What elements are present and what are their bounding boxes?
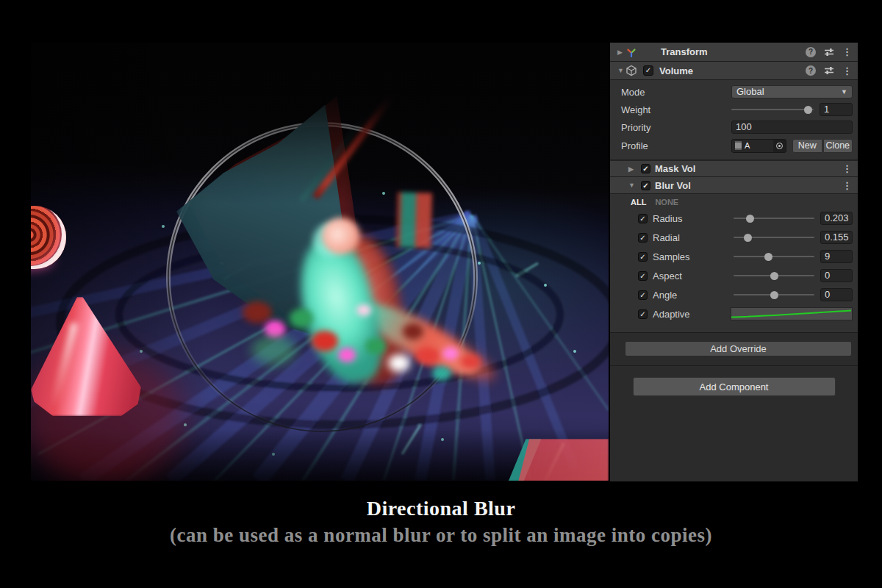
add-override-button[interactable]: Add Override	[625, 341, 852, 356]
radius-checkbox[interactable]: ✓	[638, 214, 648, 223]
mask-vol-checkbox[interactable]: ✓	[641, 164, 650, 173]
foldout-open-icon[interactable]: ▼	[617, 67, 625, 74]
mode-label: Mode	[621, 87, 731, 98]
transform-icon	[625, 46, 637, 58]
adaptive-label: Adaptive	[653, 309, 731, 320]
corner-cube-red	[517, 439, 609, 481]
all-button[interactable]: ALL	[631, 198, 646, 207]
weight-slider-knob[interactable]	[804, 106, 812, 114]
samples-slider[interactable]	[734, 256, 814, 257]
caption-title: Directional Blur	[0, 497, 882, 520]
mode-dropdown[interactable]: Global ▼	[731, 85, 853, 98]
profile-asset-icon	[735, 141, 742, 150]
panel-divider	[610, 365, 858, 366]
caption: Directional Blur (can be used as a norma…	[0, 497, 882, 547]
priority-value-field[interactable]: 100	[731, 121, 853, 134]
radial-value-field[interactable]: 0.155	[820, 231, 853, 244]
samples-checkbox[interactable]: ✓	[638, 252, 648, 262]
samples-label: Samples	[653, 251, 734, 262]
radius-slider[interactable]	[734, 218, 814, 219]
weight-slider[interactable]	[731, 109, 814, 110]
radius-value-field[interactable]: 0.203	[820, 212, 853, 225]
presets-icon[interactable]	[824, 65, 834, 76]
radius-slider-knob[interactable]	[746, 215, 754, 223]
kebab-menu-icon[interactable]: ⋮	[842, 180, 852, 191]
kebab-menu-icon[interactable]: ⋮	[842, 46, 852, 57]
radial-checkbox[interactable]: ✓	[638, 233, 648, 243]
transform-component-header[interactable]: ▶ Transform ? ⋮	[610, 43, 858, 62]
help-icon[interactable]: ?	[806, 47, 816, 57]
aspect-label: Aspect	[653, 270, 734, 282]
add-component-button[interactable]: Add Component	[633, 377, 836, 396]
profile-clone-button[interactable]: Clone	[823, 139, 853, 153]
blur-vol-header[interactable]: ▼ ✓ Blur Vol ⋮	[610, 177, 858, 194]
fairy-head	[322, 218, 360, 254]
transform-title: Transform	[661, 46, 708, 57]
param-row-radial: ✓ Radial 0.155	[610, 228, 858, 247]
aspect-checkbox[interactable]: ✓	[638, 271, 648, 281]
priority-label: Priority	[621, 122, 731, 133]
param-row-samples: ✓ Samples 9	[610, 247, 858, 266]
radial-label: Radial	[653, 232, 734, 243]
param-row-adaptive: ✓ Adaptive	[610, 304, 858, 323]
volume-enabled-checkbox[interactable]: ✓	[643, 65, 653, 76]
inspector-panel: ▶ Transform ? ⋮ ▼ ✓ Volume ?	[610, 43, 858, 481]
volume-title: Volume	[659, 65, 693, 76]
volume-cube-icon	[625, 65, 637, 76]
scene-viewport[interactable]	[31, 43, 609, 481]
samples-value-field[interactable]: 9	[820, 250, 853, 263]
aspect-value-field[interactable]: 0	[820, 269, 853, 282]
none-button[interactable]: NONE	[655, 198, 678, 207]
angle-label: Angle	[653, 290, 734, 301]
mask-vol-header[interactable]: ▶ ✓ Mask Vol ⋮	[610, 160, 858, 177]
adaptive-checkbox[interactable]: ✓	[638, 309, 648, 319]
angle-value-field[interactable]: 0	[820, 288, 853, 301]
help-icon[interactable]: ?	[806, 65, 816, 76]
object-picker-icon[interactable]	[773, 140, 786, 152]
kebab-menu-icon[interactable]: ⋮	[842, 65, 852, 76]
foldout-closed-icon[interactable]: ▶	[628, 165, 637, 173]
profile-label: Profile	[621, 140, 731, 151]
radial-slider[interactable]	[734, 237, 814, 238]
presets-icon[interactable]	[824, 47, 834, 57]
caption-subtitle: (can be used as a normal blur or to spli…	[0, 524, 882, 547]
adaptive-curve	[731, 308, 852, 320]
profile-object-field[interactable]: A	[731, 139, 786, 153]
profile-asset-name: A	[745, 141, 773, 150]
adaptive-curve-field[interactable]	[731, 307, 853, 320]
mask-vol-title: Mask Vol	[655, 163, 695, 174]
blur-vol-body: ALL NONE ✓ Radius 0.203 ✓ Radial 0.155 ✓…	[610, 194, 858, 333]
chevron-down-icon: ▼	[841, 86, 847, 98]
weight-value-field[interactable]: 1	[820, 103, 853, 116]
radius-label: Radius	[653, 213, 734, 224]
volume-component-header[interactable]: ▼ ✓ Volume ? ⋮	[610, 62, 858, 80]
aspect-slider[interactable]	[734, 275, 814, 276]
radial-slider-knob[interactable]	[744, 234, 752, 242]
samples-slider-knob[interactable]	[764, 253, 772, 261]
angle-checkbox[interactable]: ✓	[638, 290, 648, 300]
param-row-aspect: ✓ Aspect 0	[610, 266, 858, 285]
foldout-open-icon[interactable]: ▼	[628, 182, 637, 189]
foldout-closed-icon[interactable]: ▶	[617, 49, 625, 56]
split-cube	[396, 192, 432, 248]
blur-vol-checkbox[interactable]: ✓	[641, 181, 650, 190]
angle-slider[interactable]	[734, 294, 814, 295]
volume-body: Mode Global ▼ Weight 1 Priority 100 Prof…	[610, 80, 858, 160]
param-row-radius: ✓ Radius 0.203	[610, 209, 858, 228]
aspect-slider-knob[interactable]	[770, 272, 778, 280]
kebab-menu-icon[interactable]: ⋮	[842, 163, 852, 174]
weight-label: Weight	[621, 104, 731, 115]
profile-new-button[interactable]: New	[792, 139, 822, 153]
blur-vol-title: Blur Vol	[655, 180, 691, 191]
param-row-angle: ✓ Angle 0	[610, 285, 858, 304]
angle-slider-knob[interactable]	[770, 291, 778, 299]
